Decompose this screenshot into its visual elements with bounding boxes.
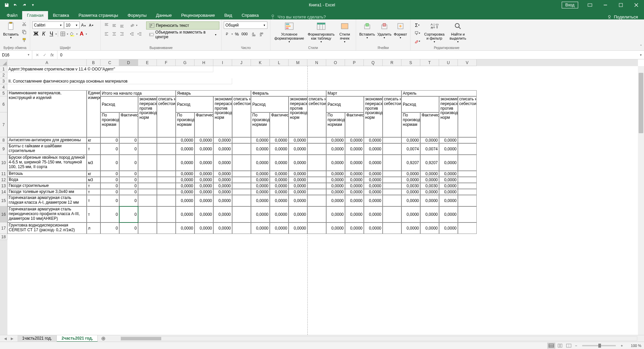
cell[interactable]: 0,0000 [326,206,345,222]
cell[interactable]: 0,0000 [401,195,420,206]
redo-icon[interactable] [20,1,28,9]
cell[interactable]: 0,0000 [364,206,383,222]
insert-function-icon[interactable]: fx [48,53,56,57]
maximize-icon[interactable] [613,0,629,10]
cell[interactable] [232,137,251,143]
cell[interactable] [458,143,477,155]
cell[interactable]: 0,0000 [401,222,420,234]
decrease-indent-icon[interactable] [128,30,136,38]
cell[interactable]: 0,0000 [251,222,270,234]
column-header[interactable]: L [270,59,289,66]
percent-format-icon[interactable]: % [233,30,241,38]
cell[interactable]: 0,0000 [289,222,307,234]
cell[interactable]: 0 [119,183,138,189]
cell[interactable]: 0,0000 [251,177,270,183]
cell[interactable]: Фактический [270,112,289,137]
ribbon-display-icon[interactable] [582,0,598,10]
cell[interactable]: 0,0000 [345,222,364,234]
decrease-decimal-icon[interactable]: ,00,0 [258,30,265,38]
autosum-icon[interactable]: Σ▾ [413,21,422,29]
name-box[interactable]: D16▼ [0,51,32,59]
cell[interactable]: 0,0000 [364,177,383,183]
cell[interactable] [383,195,401,206]
cell[interactable]: списать на себестоимость [307,96,326,137]
cell[interactable]: 0,0000 [176,206,195,222]
tab-review[interactable]: Рецензирование [176,11,219,19]
cell[interactable]: 0 [100,189,119,195]
cancel-formula-icon[interactable]: ✕ [34,53,41,57]
cell[interactable] [307,155,326,171]
row-header[interactable]: 2 [0,72,7,78]
cell[interactable]: Фактический [119,112,138,137]
cell[interactable]: 0,0000 [326,143,345,155]
cell[interactable]: 0,0000 [326,177,345,183]
cell[interactable] [138,222,157,234]
column-header[interactable]: S [401,59,420,66]
cell[interactable]: 0,0000 [251,137,270,143]
cell[interactable]: 0,0000 [420,195,439,206]
login-button[interactable]: Вход [562,2,578,8]
increase-font-icon[interactable]: A▲ [80,21,87,29]
cell[interactable]: 0,0000 [420,171,439,177]
cell[interactable] [232,195,251,206]
row-header[interactable]: 10 [0,155,7,171]
cell[interactable]: 0,0000 [270,177,289,183]
cell[interactable]: 0,0000 [176,143,195,155]
cell[interactable]: Расход [251,96,289,112]
cell[interactable]: списать на себестоимость [157,96,176,137]
minimize-icon[interactable] [598,0,613,10]
cell[interactable]: экономия(-) перерасход(+) против произво… [439,96,458,137]
cell[interactable]: 0,0000 [251,189,270,195]
cell[interactable]: 0,0000 [213,195,232,206]
cell[interactable]: 0,0000 [364,222,383,234]
cell[interactable]: 0,0000 [364,171,383,177]
cell[interactable]: 0,0000 [364,195,383,206]
cell[interactable]: кг [87,137,100,143]
cell[interactable] [138,183,157,189]
cell[interactable]: 0,0000 [195,177,213,183]
cell[interactable] [157,189,176,195]
cell[interactable]: 0,0000 [251,206,270,222]
cell[interactable] [458,155,477,171]
cell[interactable] [157,206,176,222]
cell[interactable]: 0,0000 [326,189,345,195]
cell[interactable]: экономия(-) перерасход(+) против произво… [138,96,157,137]
cell[interactable] [138,143,157,155]
format-cells-button[interactable]: Формат▾ [393,20,408,40]
cell[interactable]: 0,0000 [289,143,307,155]
cell[interactable] [383,137,401,143]
cell[interactable]: 0,0000 [364,183,383,189]
cell[interactable]: 0,0000 [195,155,213,171]
cell[interactable]: Итого на начало года [100,90,176,96]
row-header[interactable]: 1 [0,66,7,72]
cell[interactable]: Январь [176,90,251,96]
cell[interactable]: 0 [119,171,138,177]
cell[interactable]: 0,0000 [401,177,420,183]
cell[interactable]: 0 [100,206,119,222]
cell[interactable]: 0,0000 [364,143,383,155]
font-name-combo[interactable]: Calibri▼ [32,21,64,29]
cell[interactable]: Расход [100,96,138,112]
cell[interactable]: Горячекатаная арматурная сталь периодиче… [7,206,87,222]
cell[interactable]: 0,0000 [326,155,345,171]
cell[interactable]: 0,0000 [270,155,289,171]
cell[interactable]: По производственным нормам [176,112,195,137]
cell[interactable]: 0,9207 [401,155,420,171]
cell[interactable]: 0,0000 [176,177,195,183]
cell[interactable] [138,177,157,183]
cell[interactable] [138,137,157,143]
cell[interactable]: 0,0000 [270,143,289,155]
cell[interactable]: м3 [87,177,100,183]
row-header[interactable]: 8 [0,137,7,143]
save-icon[interactable] [3,1,11,9]
zoom-out-button[interactable]: − [573,344,579,348]
column-header[interactable]: R [383,59,401,66]
cell[interactable]: 0,0000 [289,183,307,189]
cell[interactable]: 0,0000 [176,137,195,143]
cell[interactable]: 0,0000 [251,143,270,155]
number-format-combo[interactable]: Общий▼ [224,21,267,29]
align-left-icon[interactable] [103,30,110,38]
cell[interactable]: 0,0000 [345,137,364,143]
column-header[interactable]: G [176,59,195,66]
column-header[interactable]: N [307,59,326,66]
